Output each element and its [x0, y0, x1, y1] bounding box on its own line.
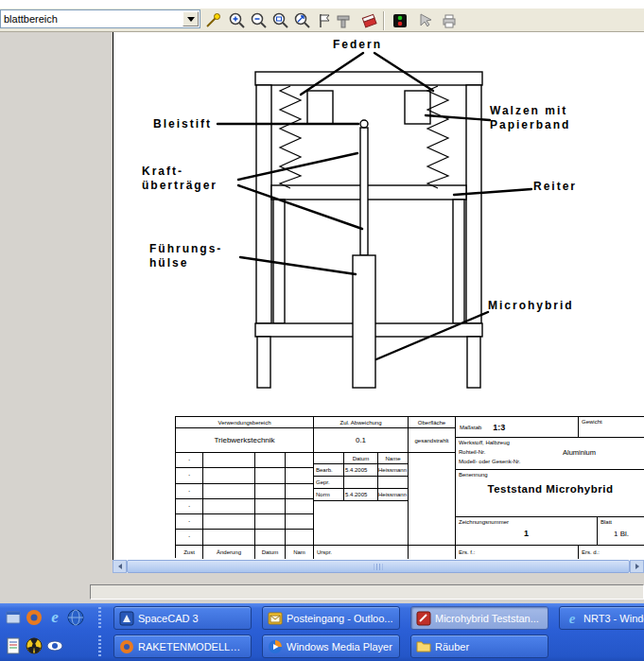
- titleblock-filler: [408, 546, 455, 559]
- titleblock-massstab-value: 1:3: [493, 423, 505, 432]
- taskbar-button-label: RAKETENMODELLBAU...: [138, 641, 246, 652]
- taskbar-button-microhybrid-active[interactable]: Microhybrid Teststan...: [410, 606, 548, 630]
- sheet-area-combobox[interactable]: blattbereich: [0, 9, 200, 28]
- technical-drawing: [113, 32, 644, 416]
- zoom-in-icon[interactable]: [227, 10, 248, 31]
- horizontal-scrollbar[interactable]: [113, 560, 644, 573]
- taskbar-button-label: Windows Media Player: [287, 641, 394, 652]
- titleblock-aenderung-label: Änderung: [202, 546, 254, 559]
- workspace: Federn Bleistift Walzen mit Papierband K…: [0, 32, 644, 573]
- app-icon[interactable]: [4, 608, 23, 627]
- pen-icon[interactable]: [202, 10, 223, 31]
- internet-explorer-icon: e: [565, 611, 580, 626]
- scroll-left-button[interactable]: [113, 560, 127, 573]
- titleblock-gepr-label: Gepr.: [313, 477, 343, 489]
- drawing-title: Teststand Microhybrid: [456, 483, 644, 495]
- titleblock-bearb-datum: 5.4.2005: [343, 464, 377, 477]
- titleblock-zust-label: Zust: [176, 546, 202, 559]
- taskbar-button-media-player[interactable]: Windows Media Player: [262, 635, 400, 658]
- taskbar-button-spacecad[interactable]: SpaceCAD 3: [113, 606, 252, 630]
- titleblock-werkstoff-value: Aluminium: [563, 448, 596, 457]
- label-kraft-line1: Kraft-: [142, 165, 218, 179]
- label-fuehrung-line1: Führungs-: [149, 242, 222, 256]
- taskbar-separator: [98, 607, 101, 628]
- titleblock-ersf-label: Ers. f.:: [455, 546, 578, 559]
- status-field: [90, 584, 644, 600]
- titleblock-filler: [313, 501, 408, 546]
- titleblock-name-header: Name: [377, 453, 408, 464]
- label-kraft-line2: überträger: [142, 179, 218, 193]
- label-federn: Federn: [333, 38, 382, 52]
- folder-icon: [416, 639, 431, 654]
- annotate-icon[interactable]: [416, 10, 437, 31]
- revision-divider: [254, 453, 255, 545]
- toolbar: blattbereich: [0, 0, 644, 32]
- zoom-flag-icon[interactable]: [314, 10, 335, 31]
- titleblock-ersd-label: Ers. d.:: [578, 546, 644, 559]
- firefox-icon: [119, 639, 134, 654]
- globe-icon[interactable]: [66, 608, 85, 627]
- titleblock-norm-name: Heissmann: [377, 489, 408, 501]
- taskbar-button-raeuber[interactable]: Räuber: [410, 635, 548, 658]
- titleblock-norm-label: Norm: [313, 489, 343, 501]
- outlook-icon: [268, 611, 283, 626]
- revision-divider: [285, 453, 286, 545]
- ie-glyph: e: [51, 610, 59, 625]
- status-bar: [0, 573, 644, 603]
- taskbar-row-2: RAKETENMODELLBAU... Windows Media Player…: [0, 632, 644, 660]
- eraser-icon[interactable]: [359, 10, 380, 31]
- menu-strip: [0, 0, 644, 9]
- label-walzen-line2: Papierband: [490, 118, 570, 132]
- ie-glyph: e: [569, 611, 576, 626]
- taskbar-button-outlook[interactable]: Posteingang - Outloo...: [262, 606, 400, 630]
- taskbar-button-label: NRT3 - Windo...: [583, 613, 644, 624]
- measure-icon[interactable]: [333, 10, 354, 31]
- scrollbar-thumb[interactable]: [127, 560, 630, 573]
- titleblock-bearb-name: Heissmann: [377, 464, 408, 477]
- titleblock-zeichnung-label: Zeichnungsnummer: [459, 519, 509, 525]
- titleblock-gepr-datum: [343, 477, 377, 489]
- firefox-icon[interactable]: [25, 608, 44, 627]
- taskbar: e SpaceCAD 3 Posteingang - Outloo...: [0, 603, 644, 661]
- titleblock-abweichung-value: 0.1: [313, 428, 408, 453]
- taskbar-row-1: e SpaceCAD 3 Posteingang - Outloo...: [0, 603, 644, 632]
- revision-divider: [202, 453, 203, 545]
- taskbar-button-label: SpaceCAD 3: [138, 613, 246, 624]
- zoom-dynamic-icon[interactable]: [292, 10, 313, 31]
- titleblock-bearb-label: Bearb.: [313, 464, 343, 477]
- titleblock-werkstoff-label: Werkstoff, Halbzeug: [459, 440, 510, 445]
- titleblock-benennung-label: Benennung: [459, 472, 488, 478]
- application-window: blattbereich: [0, 0, 644, 661]
- taskbar-button-raketenmodellbau[interactable]: RAKETENMODELLBAU...: [113, 635, 252, 658]
- titleblock-oberflaeche-label: Oberfläche: [408, 417, 455, 428]
- scroll-right-button[interactable]: [630, 560, 644, 573]
- document-icon[interactable]: [4, 636, 23, 655]
- traffic-light-icon[interactable]: [390, 10, 410, 31]
- titleblock-benennung-cell: Benennung Teststand Microhybrid: [455, 470, 644, 517]
- eye-icon[interactable]: [45, 636, 64, 655]
- combobox-dropdown-button[interactable]: [183, 11, 199, 26]
- scrollbar-grip: [374, 564, 383, 570]
- titleblock-role-header: [313, 453, 343, 464]
- chevron-down-icon: [187, 17, 195, 22]
- label-microhybrid: Microhybrid: [488, 299, 574, 313]
- taskbar-button-nrt3[interactable]: e NRT3 - Windo...: [559, 606, 644, 630]
- label-federn-text: Federn: [333, 38, 382, 52]
- scroll-right-icon: [635, 564, 639, 569]
- label-walzen-line1: Walzen mit: [490, 104, 570, 118]
- print-icon[interactable]: [439, 10, 460, 31]
- label-reiter: Reiter: [533, 180, 577, 194]
- titleblock-blatt-label: Blatt: [600, 519, 612, 525]
- titleblock-blatt-cell: Blatt 1 Bl.: [597, 517, 644, 546]
- titleblock-urspr-label: Urspr.: [313, 546, 408, 559]
- titleblock-norm-datum: 5.4.2005: [343, 489, 377, 501]
- internet-explorer-icon[interactable]: e: [45, 608, 64, 627]
- label-bleistift: Bleistift: [153, 117, 212, 131]
- titleblock-modell-label: Modell- oder Gesenk-Nr.: [459, 459, 520, 464]
- zoom-out-icon[interactable]: [249, 10, 270, 31]
- label-reiter-text: Reiter: [533, 180, 577, 194]
- titleblock-datum-label: Datum: [254, 546, 285, 559]
- radiation-icon[interactable]: [25, 636, 44, 655]
- drawing-sheet[interactable]: Federn Bleistift Walzen mit Papierband K…: [113, 32, 644, 560]
- zoom-window-icon[interactable]: [270, 10, 291, 31]
